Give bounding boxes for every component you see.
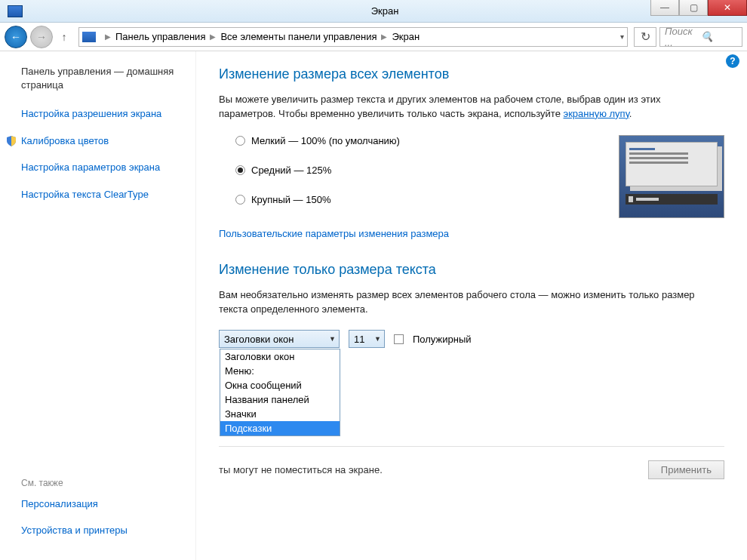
- font-size-select[interactable]: 11 ▼: [349, 330, 385, 348]
- control-panel-home-link[interactable]: Панель управления — домашняя страница: [21, 65, 186, 92]
- chevron-right-icon: ▶: [105, 32, 111, 41]
- up-button[interactable]: ↑: [56, 29, 72, 45]
- radio-size-medium[interactable]: Средний — 125%: [235, 165, 619, 176]
- element-select[interactable]: Заголовки окон ▼ Заголовки окон Меню: Ок…: [219, 330, 340, 348]
- app-icon: [8, 5, 23, 17]
- radio-size-large[interactable]: Крупный — 150%: [235, 194, 619, 205]
- refresh-button[interactable]: ↻: [634, 27, 656, 47]
- forward-button: →: [30, 26, 53, 48]
- search-input[interactable]: Поиск ... 🔍: [659, 27, 742, 47]
- dropdown-option[interactable]: Окна сообщений: [220, 378, 340, 392]
- search-placeholder: Поиск ...: [665, 26, 701, 48]
- minimize-button[interactable]: —: [650, 0, 679, 16]
- radio-icon: [235, 165, 245, 175]
- radio-icon: [235, 136, 245, 146]
- see-also-header: См. также: [21, 478, 186, 488]
- radio-size-small[interactable]: Мелкий — 100% (по умолчанию): [235, 135, 619, 146]
- breadcrumb-icon: [82, 32, 96, 42]
- sidebar-link-personalization[interactable]: Персонализация: [21, 497, 186, 511]
- main-content: ? Изменение размера всех элементов Вы мо…: [196, 51, 747, 560]
- sidebar-link-devices-printers[interactable]: Устройства и принтеры: [21, 524, 186, 537]
- sidebar-link-resolution[interactable]: Настройка разрешения экрана: [21, 107, 186, 121]
- window-title: Экран: [23, 5, 747, 17]
- sidebar-link-display-settings[interactable]: Настройка параметров экрана: [21, 161, 186, 174]
- maximize-button[interactable]: ▢: [679, 0, 708, 16]
- dropdown-option[interactable]: Меню:: [220, 364, 340, 378]
- breadcrumb-item[interactable]: Все элементы панели управления: [220, 31, 377, 42]
- back-button[interactable]: ←: [5, 26, 27, 48]
- breadcrumb-item[interactable]: Панель управления: [115, 31, 205, 42]
- dropdown-option-highlighted[interactable]: Подсказки: [220, 421, 340, 435]
- navbar: ← → ↑ ▶ Панель управления ▶ Все элементы…: [0, 23, 747, 51]
- section-description-2: Вам необязательно изменять размер всех э…: [219, 288, 702, 317]
- chevron-down-icon: ▼: [329, 335, 336, 343]
- divider: [219, 446, 724, 447]
- sidebar-link-color-calibration[interactable]: Калибровка цветов: [6, 134, 186, 148]
- section-heading-text-only: Изменение только размера текста: [219, 262, 724, 278]
- apply-button[interactable]: Применить: [648, 460, 724, 479]
- search-icon: 🔍: [701, 31, 737, 42]
- note-text: ты могут не поместиться на экране.: [219, 464, 648, 475]
- sidebar-link-cleartype[interactable]: Настройка текста ClearType: [21, 188, 186, 202]
- chevron-down-icon: ▼: [374, 335, 381, 343]
- chevron-right-icon: ▶: [210, 32, 216, 41]
- titlebar: Экран — ▢ ✕: [0, 0, 747, 23]
- preview-image: [619, 135, 724, 218]
- shield-icon: [6, 136, 17, 146]
- bold-label: Полужирный: [413, 334, 472, 345]
- dropdown-option[interactable]: Названия панелей: [220, 392, 340, 407]
- dropdown-option[interactable]: Значки: [220, 407, 340, 421]
- section-description: Вы можете увеличить размер текста и друг…: [219, 93, 702, 122]
- custom-size-link[interactable]: Пользовательские параметры изменения раз…: [219, 228, 724, 239]
- breadcrumb[interactable]: ▶ Панель управления ▶ Все элементы панел…: [78, 27, 628, 47]
- dropdown-option[interactable]: Заголовки окон: [220, 349, 340, 364]
- chevron-down-icon[interactable]: ▾: [620, 32, 624, 41]
- close-button[interactable]: ✕: [708, 0, 747, 16]
- section-heading-resize-all: Изменение размера всех элементов: [219, 66, 724, 82]
- sidebar: Панель управления — домашняя страница На…: [0, 51, 196, 560]
- bold-checkbox[interactable]: [394, 334, 404, 344]
- help-icon[interactable]: ?: [726, 54, 739, 68]
- element-select-dropdown: Заголовки окон Меню: Окна сообщений Назв…: [220, 349, 340, 436]
- chevron-right-icon: ▶: [381, 32, 387, 41]
- magnifier-link[interactable]: экранную лупу: [564, 108, 629, 119]
- breadcrumb-item[interactable]: Экран: [392, 31, 420, 42]
- radio-icon: [235, 195, 245, 205]
